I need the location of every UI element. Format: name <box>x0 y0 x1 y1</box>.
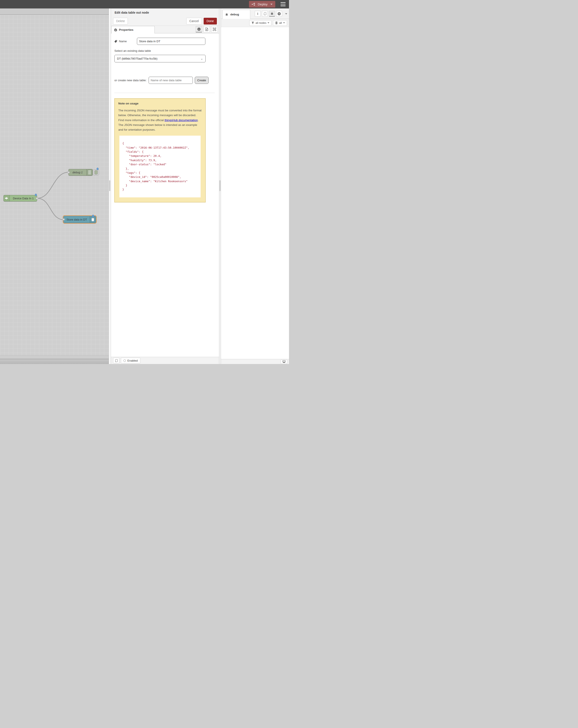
input-arrow-icon <box>4 195 10 201</box>
debug-sidebar: debug i <box>221 8 289 364</box>
caret-down-icon <box>267 22 269 23</box>
database-icon <box>90 216 96 223</box>
deploy-button[interactable]: Deploy <box>249 1 275 7</box>
node-store-data-in-dt[interactable]: Store data in DT <box>63 216 96 223</box>
create-table-row: or create new data table: Create <box>114 77 215 84</box>
workspace-tab-strip[interactable] <box>0 8 109 15</box>
workspace: Device Data In 1 debug 1 Store data in D… <box>0 8 109 364</box>
book-icon <box>263 12 266 16</box>
tag-icon <box>114 40 117 43</box>
usage-note-text: The incoming JSON message must be conver… <box>118 108 202 132</box>
edit-tab-row: Properties <box>111 26 219 33</box>
changed-status-dot <box>97 168 99 170</box>
cancel-button[interactable]: Cancel <box>186 18 202 25</box>
tab-properties-label: Properties <box>119 28 133 31</box>
debug-message-list[interactable] <box>221 27 289 359</box>
wires <box>0 15 109 355</box>
flow-canvas[interactable]: Device Data In 1 debug 1 Store data in D… <box>0 15 109 355</box>
json-example-block: { "time": "2016-06-13T17:43:50.1004002Z"… <box>120 136 201 198</box>
description-doc-button[interactable] <box>204 26 210 32</box>
create-button[interactable]: Create <box>195 77 209 84</box>
debug-clear-label: all <box>279 22 282 25</box>
sidebar-tab-row: debug i <box>221 8 289 19</box>
bug-icon <box>225 13 228 16</box>
name-label: Name <box>119 40 127 43</box>
gear-icon <box>114 28 117 31</box>
trash-icon <box>275 22 278 24</box>
create-table-label: or create new data table: <box>114 79 147 82</box>
node-help-book-button[interactable] <box>113 358 120 363</box>
app-header: Deploy <box>0 0 289 8</box>
properties-gear-button[interactable] <box>195 26 202 32</box>
node-label: Device Data In 1 <box>10 195 37 201</box>
horizontal-scrollbar[interactable] <box>0 359 109 364</box>
menu-bar <box>281 2 286 3</box>
menu-bar <box>281 5 286 6</box>
scrollbar-thumb[interactable] <box>219 180 220 191</box>
debug-enable-toggle[interactable] <box>93 170 99 175</box>
tab-properties[interactable]: Properties <box>111 26 155 33</box>
edit-form: Name Select an existing data table DT (b… <box>111 33 219 357</box>
edit-tray-footer: Enabled <box>111 357 219 364</box>
done-button[interactable]: Done <box>204 18 217 25</box>
gear-icon <box>278 12 281 16</box>
appearance-button[interactable] <box>211 26 218 32</box>
scrollbar-thumb[interactable] <box>109 180 110 191</box>
output-port[interactable] <box>36 198 38 199</box>
edit-tray: Edit data table out node Delete Cancel D… <box>111 8 219 364</box>
canvas-vertical-scrollbar[interactable] <box>109 8 111 364</box>
data-table-select[interactable]: DT (b89dc78075ad770a-fcc5b) ⌄ <box>114 55 206 62</box>
debug-lines-icon <box>86 169 93 176</box>
wire-device-to-store <box>37 198 64 220</box>
debug-filter-label: all nodes <box>256 22 266 25</box>
node-device-data-in[interactable]: Device Data In 1 <box>3 195 37 202</box>
name-row: Name <box>114 38 215 45</box>
help-tab-button[interactable] <box>262 11 268 17</box>
deploy-caret-icon[interactable] <box>270 4 272 5</box>
main-layout: Device Data In 1 debug 1 Store data in D… <box>0 8 289 364</box>
changed-status-dot <box>92 215 94 217</box>
input-port[interactable] <box>68 172 70 173</box>
debug-tab-button[interactable] <box>269 11 275 17</box>
bug-icon <box>270 12 273 15</box>
chevron-down-icon: ⌄ <box>201 57 203 60</box>
open-debug-window-button[interactable] <box>281 360 287 364</box>
tab-debug-label: debug <box>230 13 239 16</box>
data-table-select-value: DT (b89dc78075ad770a-fcc5b) <box>117 57 158 60</box>
funnel-icon <box>252 22 254 24</box>
menu-bar <box>281 4 286 5</box>
info-tab-button[interactable]: i <box>255 11 261 17</box>
debug-filter-button[interactable]: all nodes <box>249 20 271 26</box>
changed-status-dot <box>35 194 37 196</box>
input-port[interactable] <box>62 218 65 220</box>
node-enabled-toggle[interactable]: Enabled <box>121 358 140 363</box>
node-debug[interactable]: debug 1 <box>69 169 93 176</box>
info-icon: i <box>257 12 258 16</box>
select-table-label: Select an existing data table <box>114 49 215 52</box>
main-menu-button[interactable] <box>280 1 286 7</box>
usage-note: Note on usage The incoming JSON message … <box>114 98 206 202</box>
node-label: debug 1 <box>69 169 86 176</box>
workspace-footer <box>0 355 109 359</box>
debug-clear-button[interactable]: all <box>273 20 287 26</box>
name-input[interactable] <box>137 38 205 45</box>
enabled-label: Enabled <box>127 359 138 362</box>
enabled-circle-icon <box>124 360 126 362</box>
tray-vertical-scrollbar[interactable] <box>219 8 221 364</box>
json-example-code: { "time": "2016-06-13T17:43:50.1004002Z"… <box>123 141 200 192</box>
sidebar-expand-caret-icon[interactable] <box>285 13 287 15</box>
monitor-icon <box>283 360 286 363</box>
sidebar-tab-buttons: i <box>255 11 287 17</box>
book-icon <box>115 359 118 362</box>
delete-button[interactable]: Delete <box>113 18 128 25</box>
edit-tray-toolbar: Delete Cancel Done <box>111 17 219 26</box>
document-icon <box>205 27 208 31</box>
settings-tab-button[interactable] <box>276 11 282 17</box>
thingshub-documentation-link[interactable]: thingsHub documentation <box>165 119 198 122</box>
deploy-nodes-icon <box>252 3 256 6</box>
new-table-name-input[interactable] <box>149 77 193 84</box>
tab-debug[interactable]: debug <box>222 10 250 19</box>
debug-filter-row: all nodes all <box>221 19 289 27</box>
caret-down-icon <box>283 22 285 23</box>
edit-tab-buttons <box>195 26 218 32</box>
